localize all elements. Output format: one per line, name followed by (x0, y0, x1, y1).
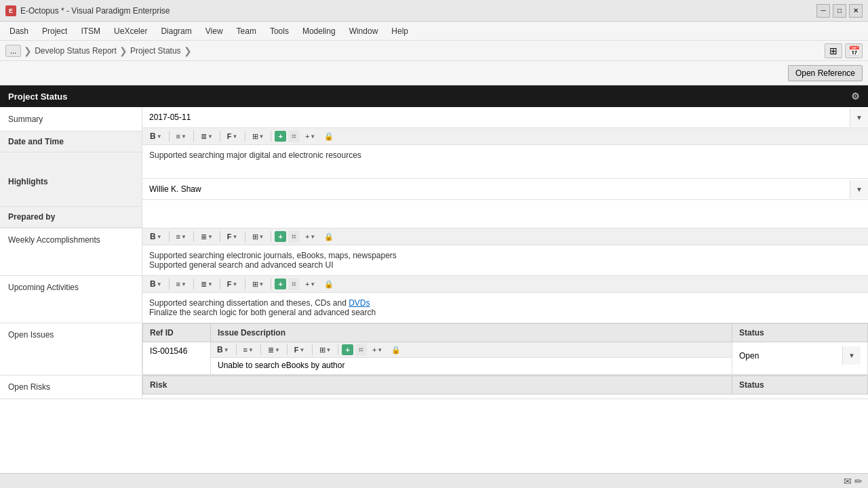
upcoming-line-2: Finalize the search logic for both gener… (149, 308, 861, 317)
ua-insert-blue-button[interactable]: ⌗ (288, 278, 300, 290)
menu-project[interactable]: Project (35, 24, 74, 39)
ua-insert-green-button[interactable]: + (275, 279, 285, 289)
weekly-line-1: Supported searching electronic journals,… (149, 251, 861, 260)
id-insert-green-button[interactable]: + (342, 344, 353, 355)
ua-add-button[interactable]: +▼ (302, 279, 319, 289)
open-issues-content: Ref ID Issue Description Status IS-00154… (142, 323, 868, 375)
calendar-view-button[interactable]: 📅 (845, 43, 863, 58)
highlights-content: Supported searching major digital and el… (142, 145, 868, 179)
menu-diagram[interactable]: Diagram (154, 24, 198, 39)
weekly-accomplishments-content: B▼ ≡▼ ≣▼ F▼ ⊞▼ + ⌗ +▼ 🔒 Supported search… (142, 228, 868, 275)
id-insert-blue-button[interactable]: ⌗ (355, 344, 367, 356)
ua-align-button[interactable]: ≡▼ (173, 279, 190, 289)
open-risks-section: Open Risks Risk Status (0, 375, 868, 399)
insert-blue-button[interactable]: ⌗ (288, 130, 300, 142)
ua-table-button[interactable]: ⊞▼ (249, 279, 268, 290)
issue-status-dropdown-arrow[interactable]: ▼ (842, 346, 861, 365)
prepared-by-input[interactable] (142, 179, 850, 199)
dvds-link[interactable]: DVDs (349, 298, 370, 308)
upcoming-activities-text: Supported searching dissertation and the… (142, 293, 868, 323)
add-button[interactable]: +▼ (302, 131, 319, 142)
open-risks-label: Open Risks (0, 375, 142, 399)
summary-content: ▼ B▼ ≡▼ ≣▼ F▼ ⊞▼ + ⌗ +▼ 🔒 Suppor (142, 107, 868, 228)
id-align-button[interactable]: ≡▼ (240, 344, 257, 355)
wa-sep-1 (169, 231, 170, 242)
ua-bold-button[interactable]: B▼ (146, 278, 165, 290)
insert-green-button[interactable]: + (275, 131, 285, 142)
page-title: Project Status (8, 92, 67, 102)
wa-insert-green-button[interactable]: + (275, 231, 285, 242)
wa-table-button[interactable]: ⊞▼ (249, 231, 268, 243)
breadcrumb-item-2[interactable]: Project Status (130, 46, 181, 56)
wa-lock-button[interactable]: 🔒 (321, 231, 337, 243)
align-left-button[interactable]: ≡▼ (173, 131, 190, 142)
breadcrumb-item-1[interactable]: Develop Status Report (35, 46, 117, 56)
page-section-header: Project Status ⚙ (0, 85, 868, 107)
email-icon[interactable]: ✉ (844, 476, 852, 487)
wa-bold-button[interactable]: B▼ (146, 230, 165, 243)
minimize-button[interactable]: ─ (816, 4, 830, 18)
breadcrumb-more-button[interactable]: ... (5, 45, 21, 57)
ua-font-button[interactable]: F▼ (224, 279, 241, 289)
edit-icon[interactable]: ✏ (854, 476, 863, 487)
risks-table: Risk Status (142, 375, 868, 394)
wa-add-button[interactable]: +▼ (302, 231, 319, 242)
date-dropdown-arrow[interactable]: ▼ (850, 108, 868, 127)
ua-sep-5 (271, 279, 271, 289)
prepared-by-dropdown-arrow[interactable]: ▼ (850, 180, 868, 199)
table-button[interactable]: ⊞▼ (249, 131, 268, 142)
close-button[interactable]: ✕ (849, 4, 863, 18)
tb-sep-1 (169, 131, 170, 142)
lock-button[interactable]: 🔒 (321, 131, 337, 142)
id-font-button[interactable]: F▼ (291, 344, 309, 355)
menu-help[interactable]: Help (384, 24, 415, 39)
weekly-accomplishments-text: Supported searching electronic journals,… (142, 245, 868, 275)
tb-sep-2 (193, 131, 194, 142)
menu-itsm[interactable]: ITSM (74, 24, 107, 39)
menu-modeling[interactable]: Modeling (296, 24, 342, 39)
app-title: E-Octopus * - Visual Paradigm Enterprise (20, 6, 170, 16)
id-add-button[interactable]: +▼ (369, 344, 386, 355)
menu-team[interactable]: Team (230, 24, 263, 39)
menu-window[interactable]: Window (342, 24, 385, 39)
upcoming-line-1: Supported searching dissertation and the… (149, 298, 861, 308)
open-issues-section: Open Issues Ref ID Issue Description Sta… (0, 323, 868, 375)
menu-uexceler[interactable]: UeXceler (107, 24, 154, 39)
wa-list-button[interactable]: ≣▼ (197, 231, 216, 243)
date-time-input[interactable] (142, 107, 850, 127)
id-sep-4 (312, 344, 313, 355)
list-button[interactable]: ≣▼ (197, 131, 216, 142)
menu-tools[interactable]: Tools (263, 24, 296, 39)
ua-lock-button[interactable]: 🔒 (321, 279, 337, 290)
wa-insert-blue-button[interactable]: ⌗ (288, 230, 300, 243)
app-icon: E (5, 5, 16, 16)
maximize-button[interactable]: □ (833, 4, 846, 18)
issue-desc-toolbar: B▼ ≡▼ ≣▼ F▼ ⊞▼ + ⌗ (211, 342, 732, 358)
title-bar: E E-Octopus * - Visual Paradigm Enterpri… (0, 0, 868, 22)
table-row: IS-001546 B▼ ≡▼ ≣▼ F▼ ⊞▼ (143, 342, 868, 375)
grid-view-button[interactable]: ⊞ (825, 43, 842, 58)
tb-sep-3 (220, 131, 220, 142)
prepared-by-row: ▼ (142, 179, 868, 200)
open-reference-button[interactable]: Open Reference (788, 65, 863, 81)
id-lock-button[interactable]: 🔒 (388, 344, 404, 356)
id-sep-3 (287, 344, 288, 355)
wa-sep-5 (271, 231, 271, 242)
wa-align-button[interactable]: ≡▼ (173, 231, 190, 242)
id-bold-button[interactable]: B▼ (214, 344, 233, 356)
main-content: Project Status ⚙ Summary Date and Time H… (0, 85, 868, 473)
id-list-button[interactable]: ≣▼ (264, 344, 283, 356)
col-risk: Risk (143, 376, 732, 394)
id-sep-2 (260, 344, 261, 355)
id-table-button[interactable]: ⊞▼ (316, 344, 335, 356)
menu-dash[interactable]: Dash (3, 24, 35, 39)
wa-font-button[interactable]: F▼ (224, 231, 241, 242)
breadcrumb-actions: ⊞ 📅 (825, 43, 863, 58)
status-bar: ✉ ✏ (0, 473, 868, 488)
settings-icon[interactable]: ⚙ (851, 91, 860, 102)
date-time-label: Date and Time (0, 131, 142, 152)
bold-button[interactable]: B▼ (146, 130, 165, 142)
menu-view[interactable]: View (199, 24, 230, 39)
ua-list-button[interactable]: ≣▼ (197, 279, 216, 290)
font-button[interactable]: F▼ (224, 131, 241, 142)
